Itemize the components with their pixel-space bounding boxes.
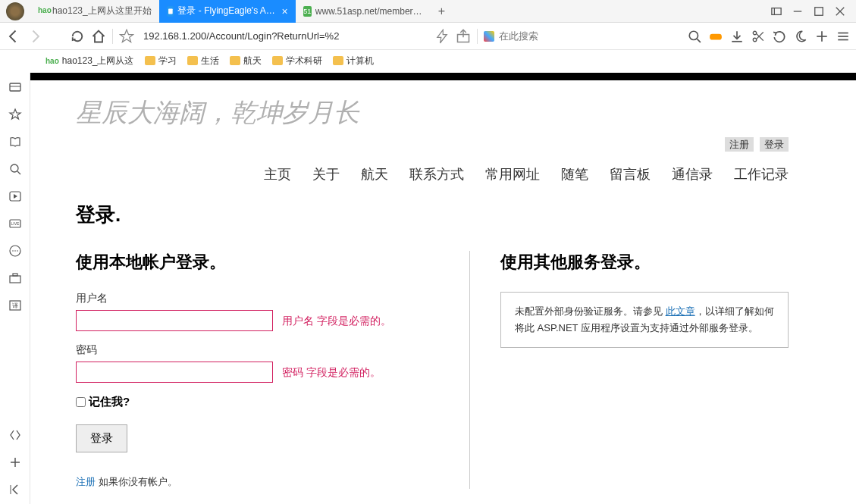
bookmark-life[interactable]: 生活	[187, 55, 219, 67]
folder-icon	[333, 56, 343, 65]
svg-text:LIVE: LIVE	[11, 221, 20, 226]
svg-line-12	[697, 39, 701, 42]
site-motto: 星辰大海阔，乾坤岁月长	[76, 95, 789, 130]
username-input[interactable]	[76, 310, 273, 331]
hao123-icon: hao	[38, 6, 49, 17]
reload-button[interactable]	[70, 29, 85, 44]
svg-marker-31	[14, 194, 17, 199]
site-favicon	[167, 6, 174, 17]
scissors-icon[interactable]	[751, 30, 765, 43]
bookmark-study[interactable]: 学习	[145, 55, 177, 67]
briefcase-icon[interactable]	[8, 271, 22, 285]
login-button[interactable]: 登录	[76, 424, 127, 452]
login-heading: 登录.	[76, 202, 789, 228]
remember-label[interactable]: 记住我?	[89, 395, 130, 409]
search-icon[interactable]	[688, 30, 701, 43]
password-label: 密码	[76, 343, 439, 357]
nav-essays[interactable]: 随笔	[561, 165, 588, 183]
book-icon[interactable]	[8, 135, 22, 149]
svg-marker-27	[10, 109, 20, 119]
undo-icon[interactable]	[773, 30, 786, 43]
profile-avatar[interactable]	[6, 2, 24, 20]
history-arrows-icon[interactable]	[8, 428, 22, 442]
external-text-1: 未配置外部身份验证服务。请参见	[515, 305, 666, 317]
svg-rect-25	[10, 83, 20, 91]
svg-rect-38	[10, 276, 20, 283]
moon-icon[interactable]	[794, 30, 807, 43]
tab-3[interactable]: 51 www.51asp.net/member/uploadim	[296, 0, 432, 23]
nav-addressbook[interactable]: 通信录	[672, 165, 713, 183]
nav-links[interactable]: 常用网址	[485, 165, 540, 183]
password-input[interactable]	[76, 362, 273, 383]
bookmark-hao123[interactable]: haohao123_上网从这	[45, 55, 134, 67]
window-controls	[771, 6, 856, 17]
search-side-icon[interactable]	[8, 162, 22, 176]
bookmark-label: 生活	[201, 55, 219, 67]
translate-icon[interactable]: 译	[8, 299, 22, 312]
nav-worklog[interactable]: 工作记录	[734, 165, 789, 183]
nav-home[interactable]: 主页	[264, 165, 291, 183]
back-button[interactable]	[6, 29, 21, 44]
bookmark-research[interactable]: 学术科研	[272, 55, 322, 67]
svg-marker-8	[437, 30, 447, 43]
nav-guestbook[interactable]: 留言板	[610, 165, 651, 183]
left-sidebar: LIVE 译	[0, 73, 30, 504]
tab-close-icon[interactable]: ×	[282, 5, 288, 17]
download-icon[interactable]	[730, 30, 744, 43]
nav-space[interactable]: 航天	[361, 165, 388, 183]
menu-icon[interactable]	[836, 30, 850, 43]
url-input[interactable]	[140, 30, 428, 42]
search-engine-icon[interactable]	[484, 31, 494, 42]
tab-2-active[interactable]: 登录 - FlyingEagle's ASP.NET MVC ×	[159, 0, 296, 23]
live-icon[interactable]: LIVE	[8, 217, 22, 230]
folder-icon	[230, 56, 240, 65]
bookmark-space[interactable]: 航天	[230, 55, 262, 67]
svg-rect-0	[168, 8, 173, 14]
home-button[interactable]	[91, 29, 106, 44]
password-error: 密码 字段是必需的。	[282, 366, 381, 378]
register-link[interactable]: 注册	[76, 476, 96, 487]
play-icon[interactable]	[8, 189, 22, 203]
window-maximize-icon[interactable]	[814, 6, 824, 17]
tab-3-title: www.51asp.net/member/uploadim	[315, 6, 425, 17]
external-info-box: 未配置外部身份验证服务。请参见 此文章，以详细了解如何将此 ASP.NET 应用…	[500, 292, 789, 348]
tab-2-title: 登录 - FlyingEagle's ASP.NET MVC	[177, 5, 277, 17]
nav-menu: 主页 关于 航天 联系方式 常用网址 随笔 留言板 通信录 工作记录	[76, 165, 789, 183]
nav-about[interactable]: 关于	[312, 165, 340, 183]
remember-checkbox[interactable]	[76, 397, 86, 407]
folder-icon	[187, 56, 198, 65]
star-icon[interactable]	[119, 29, 134, 44]
star-outline-icon[interactable]	[8, 108, 22, 121]
bookmark-computer[interactable]: 计算机	[333, 55, 374, 67]
forward-button[interactable]	[27, 29, 42, 44]
nav-contact[interactable]: 联系方式	[409, 165, 464, 183]
tab-1[interactable]: hao hao123_上网从这里开始	[30, 0, 159, 23]
window-close-icon[interactable]	[835, 6, 845, 17]
username-error: 用户名 字段是必需的。	[282, 315, 391, 327]
svg-marker-7	[120, 30, 133, 42]
add-icon[interactable]	[8, 455, 22, 469]
top-login-link[interactable]: 登录	[760, 137, 789, 152]
chat-icon[interactable]	[8, 244, 22, 258]
new-tab-button[interactable]: +	[432, 5, 451, 18]
svg-rect-1	[772, 8, 781, 14]
card-icon[interactable]	[8, 80, 22, 94]
bookmark-label: hao123_上网从这	[62, 55, 134, 67]
search-input[interactable]	[499, 30, 575, 42]
share-icon[interactable]	[456, 29, 471, 44]
gamepad-icon[interactable]	[709, 30, 723, 43]
collapse-icon[interactable]	[8, 483, 22, 496]
folder-icon	[145, 56, 155, 65]
51asp-favicon: 51	[303, 6, 312, 17]
address-bar	[0, 23, 856, 50]
window-minimize-icon[interactable]	[792, 6, 803, 17]
sidebar-toggle-icon[interactable]	[771, 6, 782, 17]
plus-icon[interactable]	[815, 30, 829, 43]
svg-point-16	[753, 31, 757, 35]
external-article-link[interactable]: 此文章	[666, 305, 695, 317]
lightning-icon[interactable]	[434, 29, 450, 44]
svg-rect-4	[815, 7, 823, 15]
top-register-link[interactable]: 注册	[725, 137, 754, 152]
black-strip	[30, 73, 856, 80]
svg-point-35	[12, 250, 14, 252]
